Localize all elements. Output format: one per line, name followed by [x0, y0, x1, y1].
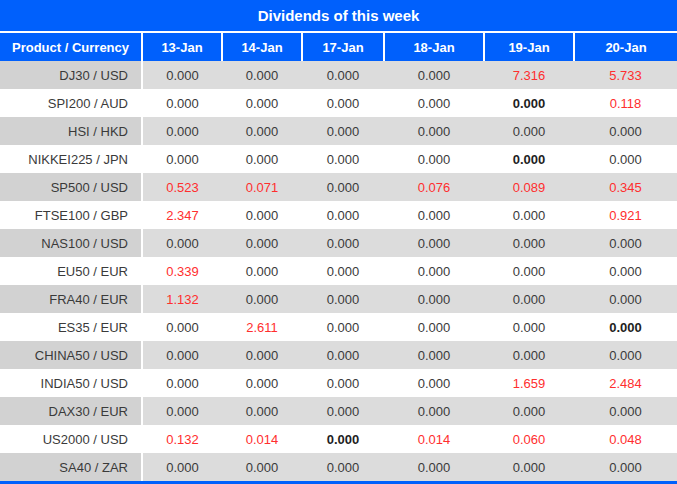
- product-currency-label: US2000 / USD: [0, 425, 142, 453]
- dividend-value: 0.000: [484, 229, 574, 257]
- dividend-value: 0.000: [222, 341, 302, 369]
- dividend-value: 0.014: [384, 425, 484, 453]
- dividends-widget: Dividends of this week Product / Currenc…: [0, 0, 677, 484]
- product-currency-label: ES35 / EUR: [0, 313, 142, 341]
- dividend-value: 0.000: [222, 61, 302, 89]
- table-row: SP500 / USD0.5230.0710.0000.0760.0890.34…: [0, 173, 677, 201]
- dividend-value: 2.611: [222, 313, 302, 341]
- dividend-value: 0.000: [574, 341, 677, 369]
- dividend-value: 0.000: [484, 117, 574, 145]
- dividend-value: 0.523: [142, 173, 222, 201]
- dividend-value: 0.000: [222, 453, 302, 481]
- column-header-date: 20-Jan: [574, 33, 677, 61]
- dividend-value: 0.000: [142, 397, 222, 425]
- dividend-value: 0.060: [484, 425, 574, 453]
- product-currency-label: INDIA50 / USD: [0, 369, 142, 397]
- dividend-value: 0.000: [302, 453, 384, 481]
- dividend-value: 0.000: [222, 89, 302, 117]
- column-header-date: 17-Jan: [302, 33, 384, 61]
- product-currency-label: SP500 / USD: [0, 173, 142, 201]
- column-header-date: 19-Jan: [484, 33, 574, 61]
- dividend-value: 0.000: [142, 61, 222, 89]
- dividend-value: 0.000: [302, 173, 384, 201]
- dividend-value: 0.000: [302, 145, 384, 173]
- dividend-value: 0.000: [302, 257, 384, 285]
- table-header-row: Product / Currency13-Jan14-Jan17-Jan18-J…: [0, 33, 677, 61]
- dividend-value: 0.000: [384, 229, 484, 257]
- dividend-value: 0.921: [574, 201, 677, 229]
- dividend-value: 0.000: [484, 285, 574, 313]
- dividend-value: 0.000: [384, 285, 484, 313]
- dividend-value: 0.000: [574, 117, 677, 145]
- dividend-value: 0.089: [484, 173, 574, 201]
- dividend-value: 0.339: [142, 257, 222, 285]
- dividend-value: 0.000: [302, 425, 384, 453]
- dividend-value: 0.000: [142, 453, 222, 481]
- dividend-value: 0.000: [142, 89, 222, 117]
- dividend-value: 0.000: [574, 313, 677, 341]
- dividend-value: 0.000: [302, 61, 384, 89]
- dividend-value: 0.000: [574, 285, 677, 313]
- dividend-value: 0.000: [384, 61, 484, 89]
- dividend-value: 0.000: [302, 397, 384, 425]
- dividend-value: 2.347: [142, 201, 222, 229]
- dividend-value: 0.000: [484, 397, 574, 425]
- dividend-value: 0.000: [484, 201, 574, 229]
- dividends-table: Product / Currency13-Jan14-Jan17-Jan18-J…: [0, 33, 677, 481]
- table-row: DAX30 / EUR0.0000.0000.0000.0000.0000.00…: [0, 397, 677, 425]
- dividend-value: 0.000: [384, 201, 484, 229]
- dividend-value: 0.000: [302, 89, 384, 117]
- dividend-value: 0.014: [222, 425, 302, 453]
- dividend-value: 0.000: [384, 145, 484, 173]
- dividend-value: 0.000: [484, 313, 574, 341]
- dividend-value: 2.484: [574, 369, 677, 397]
- dividend-value: 1.132: [142, 285, 222, 313]
- dividend-value: 0.000: [384, 313, 484, 341]
- dividend-value: 0.000: [222, 369, 302, 397]
- product-currency-label: NAS100 / USD: [0, 229, 142, 257]
- dividend-value: 1.659: [484, 369, 574, 397]
- column-header-product-currency: Product / Currency: [0, 33, 142, 61]
- dividend-value: 0.000: [302, 117, 384, 145]
- dividend-value: 0.345: [574, 173, 677, 201]
- dividend-value: 0.000: [142, 117, 222, 145]
- table-row: US2000 / USD0.1320.0140.0000.0140.0600.0…: [0, 425, 677, 453]
- dividend-value: 0.000: [384, 453, 484, 481]
- dividend-value: 0.000: [384, 257, 484, 285]
- dividend-value: 0.000: [222, 145, 302, 173]
- table-row: INDIA50 / USD0.0000.0000.0000.0001.6592.…: [0, 369, 677, 397]
- dividend-value: 0.076: [384, 173, 484, 201]
- dividend-value: 0.000: [302, 369, 384, 397]
- dividend-value: 0.000: [142, 369, 222, 397]
- widget-title: Dividends of this week: [0, 0, 677, 33]
- dividend-value: 5.733: [574, 61, 677, 89]
- dividend-value: 0.000: [142, 145, 222, 173]
- product-currency-label: FRA40 / EUR: [0, 285, 142, 313]
- dividend-value: 7.316: [484, 61, 574, 89]
- table-row: NAS100 / USD0.0000.0000.0000.0000.0000.0…: [0, 229, 677, 257]
- table-row: FTSE100 / GBP2.3470.0000.0000.0000.0000.…: [0, 201, 677, 229]
- dividend-value: 0.000: [384, 369, 484, 397]
- dividend-value: 0.000: [574, 145, 677, 173]
- dividend-value: 0.000: [384, 397, 484, 425]
- dividend-value: 0.000: [484, 145, 574, 173]
- dividend-value: 0.000: [222, 201, 302, 229]
- dividend-value: 0.071: [222, 173, 302, 201]
- dividend-value: 0.000: [574, 229, 677, 257]
- table-row: NIKKEI225 / JPN0.0000.0000.0000.0000.000…: [0, 145, 677, 173]
- product-currency-label: CHINA50 / USD: [0, 341, 142, 369]
- table-row: SPI200 / AUD0.0000.0000.0000.0000.0000.1…: [0, 89, 677, 117]
- dividend-value: 0.118: [574, 89, 677, 117]
- table-row: SA40 / ZAR0.0000.0000.0000.0000.0000.000: [0, 453, 677, 481]
- column-header-date: 13-Jan: [142, 33, 222, 61]
- table-row: DJ30 / USD0.0000.0000.0000.0007.3165.733: [0, 61, 677, 89]
- dividend-value: 0.000: [302, 201, 384, 229]
- product-currency-label: HSI / HKD: [0, 117, 142, 145]
- dividend-value: 0.000: [302, 229, 384, 257]
- table-row: EU50 / EUR0.3390.0000.0000.0000.0000.000: [0, 257, 677, 285]
- dividend-value: 0.000: [142, 229, 222, 257]
- dividend-value: 0.000: [384, 117, 484, 145]
- dividend-value: 0.000: [302, 313, 384, 341]
- dividend-value: 0.000: [222, 229, 302, 257]
- product-currency-label: EU50 / EUR: [0, 257, 142, 285]
